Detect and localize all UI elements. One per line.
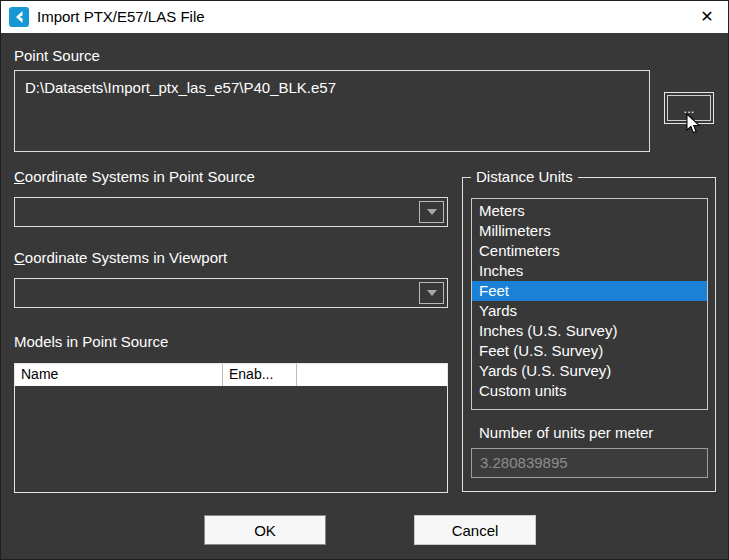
list-item[interactable]: Custom units: [472, 381, 707, 401]
list-item[interactable]: Inches (U.S. Survey): [472, 321, 707, 341]
distance-units-group: Distance Units Meters Millimeters Centim…: [462, 177, 716, 492]
chevron-down-icon: [427, 290, 437, 296]
list-item-selected[interactable]: Feet: [472, 281, 707, 301]
browse-button-focus-ring: ...: [664, 92, 714, 124]
ok-button[interactable]: OK: [204, 515, 326, 545]
list-item[interactable]: Millimeters: [472, 221, 707, 241]
point-source-path-field[interactable]: D:\Datasets\Import_ptx_las_e57\P40_BLK.e…: [14, 70, 650, 152]
models-column-spacer: [297, 364, 447, 386]
title-bar: Import PTX/E57/LAS File ✕: [0, 0, 729, 33]
coord-viewport-label: Coordinate Systems in Viewport: [14, 249, 227, 266]
chevron-down-icon: [427, 209, 437, 215]
distance-units-listbox[interactable]: Meters Millimeters Centimeters Inches Fe…: [471, 198, 708, 410]
browse-button[interactable]: ...: [667, 95, 711, 121]
window-title: Import PTX/E57/LAS File: [37, 8, 205, 25]
coord-point-source-dropdown-button[interactable]: [419, 201, 444, 223]
coord-viewport-dropdown-button[interactable]: [419, 282, 444, 304]
list-item[interactable]: Yards (U.S. Survey): [472, 361, 707, 381]
cancel-button[interactable]: Cancel: [414, 515, 536, 545]
units-per-meter-label: Number of units per meter: [479, 424, 653, 441]
list-item[interactable]: Centimeters: [472, 241, 707, 261]
coord-point-source-label: Coordinate Systems in Point Source: [14, 168, 255, 185]
units-per-meter-field: 3.280839895: [471, 448, 708, 478]
list-item[interactable]: Inches: [472, 261, 707, 281]
app-icon: [9, 7, 29, 27]
models-column-name[interactable]: Name: [15, 364, 223, 386]
models-list-header: Name Enab...: [15, 364, 447, 386]
coord-viewport-combobox[interactable]: [14, 278, 448, 308]
distance-units-label: Distance Units: [471, 168, 578, 185]
models-list[interactable]: Name Enab...: [14, 363, 448, 493]
list-item[interactable]: Feet (U.S. Survey): [472, 341, 707, 361]
models-label: Models in Point Source: [14, 333, 168, 350]
close-icon[interactable]: ✕: [696, 6, 718, 28]
point-source-label: Point Source: [14, 47, 100, 64]
coord-point-source-combobox[interactable]: [14, 197, 448, 227]
models-column-enabled[interactable]: Enab...: [223, 364, 297, 386]
list-item[interactable]: Meters: [472, 201, 707, 221]
list-item[interactable]: Yards: [472, 301, 707, 321]
